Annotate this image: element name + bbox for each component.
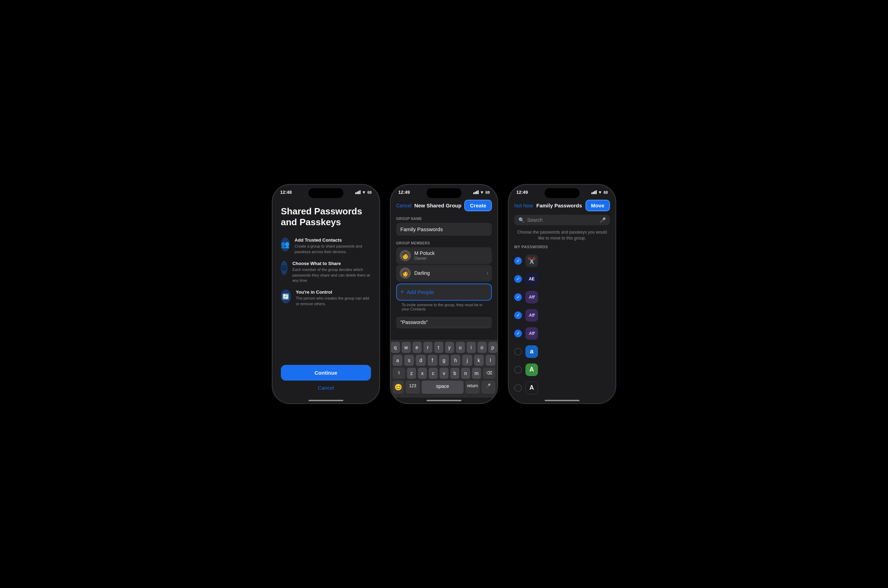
member-row-0: 🧑 M Potuck Owner: [396, 247, 492, 264]
key-e[interactable]: e: [413, 342, 422, 353]
key-o[interactable]: o: [478, 342, 487, 353]
autocomplete-chip[interactable]: "Passwords": [396, 317, 492, 328]
control-icon: 🔄: [281, 290, 291, 303]
battery-3: 68: [604, 190, 608, 195]
key-shift[interactable]: ⇧: [393, 368, 405, 379]
status-icons-1: ▼ 69: [355, 190, 372, 195]
checkbox-1[interactable]: ✓: [514, 275, 522, 283]
group-name-section: GROUP NAME: [391, 213, 497, 239]
key-w[interactable]: w: [402, 342, 411, 353]
member-row-1[interactable]: 👩 Darling ›: [396, 265, 492, 281]
key-c[interactable]: c: [429, 368, 438, 379]
feature-item-0: 👥 Add Trusted Contacts Create a group to…: [281, 237, 371, 255]
member-name-1: Darling: [414, 270, 483, 276]
search-bar[interactable]: 🔍 Search 🎤: [514, 215, 610, 225]
key-q[interactable]: q: [391, 342, 400, 353]
key-t[interactable]: t: [434, 342, 443, 353]
time-1: 12:48: [280, 190, 292, 195]
member-info-0: M Potuck Owner: [414, 250, 488, 261]
key-m[interactable]: m: [472, 368, 481, 379]
home-bar-2: [427, 400, 461, 401]
feature-text-0: Add Trusted Contacts Create a group to s…: [294, 237, 371, 255]
password-row-4[interactable]: ✓ Aff: [514, 324, 610, 342]
checkbox-5[interactable]: [514, 348, 522, 356]
key-emoji[interactable]: 😊: [393, 381, 404, 394]
phone-3: 12:49 ▼ 68 Not Now Family Passwords: [508, 184, 616, 404]
key-y[interactable]: y: [445, 342, 454, 353]
plus-icon: +: [400, 288, 404, 296]
key-123[interactable]: 123: [406, 381, 419, 394]
status-icons-2: ▼ 69: [473, 190, 490, 195]
group-name-input[interactable]: [396, 223, 492, 236]
continue-button[interactable]: Continue: [281, 365, 371, 381]
cancel-button-2[interactable]: Cancel: [396, 203, 412, 208]
members-section: GROUP MEMBERS 🧑 M Potuck Owner 👩 Darling: [391, 239, 497, 315]
member-info-1: Darling: [414, 270, 483, 276]
key-b[interactable]: b: [450, 368, 459, 379]
key-l[interactable]: l: [485, 355, 495, 366]
password-row-0[interactable]: ✓ ✂️: [514, 252, 610, 270]
checkbox-7[interactable]: [514, 384, 522, 392]
password-row-6[interactable]: A: [514, 361, 610, 379]
create-button[interactable]: Create: [464, 200, 492, 211]
key-x[interactable]: x: [418, 368, 427, 379]
key-r[interactable]: r: [424, 342, 433, 353]
key-delete[interactable]: ⌫: [483, 368, 495, 379]
checkbox-4[interactable]: ✓: [514, 330, 522, 337]
key-k[interactable]: k: [474, 355, 484, 366]
key-space[interactable]: space: [422, 381, 464, 394]
password-row-8[interactable]: AM: [514, 397, 610, 398]
key-d[interactable]: d: [416, 355, 425, 366]
key-u[interactable]: u: [456, 342, 465, 353]
nav-title-3: Family Passwords: [536, 202, 582, 208]
password-row-2[interactable]: ✓ Aff: [514, 288, 610, 306]
not-now-button[interactable]: Not Now: [514, 203, 533, 208]
key-p[interactable]: p: [488, 342, 497, 353]
checkbox-0[interactable]: ✓: [514, 257, 522, 265]
home-bar-1: [308, 400, 343, 401]
phone1-content: Shared Passwords and Passkeys 👥 Add Trus…: [272, 197, 379, 398]
app-icon-6: A: [525, 363, 538, 376]
key-h[interactable]: h: [451, 355, 460, 366]
add-people-button[interactable]: + Add People: [396, 284, 492, 301]
cancel-link-1[interactable]: Cancel: [281, 385, 371, 391]
key-mic[interactable]: 🎤: [481, 381, 495, 394]
key-s[interactable]: s: [404, 355, 414, 366]
password-row-1[interactable]: ✓ AE: [514, 270, 610, 288]
app-icon-4: Aff: [525, 327, 538, 340]
key-v[interactable]: v: [439, 368, 449, 379]
member-role-0: Owner: [414, 256, 488, 261]
invite-hint: To invite someone to the group, they mus…: [396, 301, 492, 313]
move-hint: Choose the passwords and passkeys you wo…: [509, 227, 616, 243]
key-row-2: ⇧ z x c v b n m ⌫: [393, 368, 495, 379]
checkbox-3[interactable]: ✓: [514, 312, 522, 319]
password-row-7[interactable]: A: [514, 379, 610, 397]
key-n[interactable]: n: [461, 368, 470, 379]
feature-heading-0: Add Trusted Contacts: [294, 237, 371, 243]
key-f[interactable]: f: [428, 355, 437, 366]
checkbox-6[interactable]: [514, 366, 522, 374]
time-2: 12:49: [398, 190, 410, 195]
phone-2: 12:49 ▼ 69 Cancel New Shared Group: [390, 184, 498, 404]
battery-2: 69: [485, 190, 490, 195]
move-button[interactable]: Move: [586, 200, 610, 211]
key-return[interactable]: return: [465, 381, 479, 394]
password-row-5[interactable]: a: [514, 342, 610, 361]
feature-list: 👥 Add Trusted Contacts Create a group to…: [281, 237, 371, 365]
phone-1: 12:48 ▼ 69 Shared Passwords and Passkeys: [272, 184, 380, 404]
password-row-3[interactable]: ✓ Aff: [514, 306, 610, 324]
search-icon: 🔍: [518, 217, 524, 223]
checkbox-2[interactable]: ✓: [514, 293, 522, 301]
mic-icon[interactable]: 🎤: [600, 217, 606, 223]
feature-text-2: You're in Control The person who creates…: [296, 290, 371, 307]
key-z[interactable]: z: [407, 368, 416, 379]
key-g[interactable]: g: [439, 355, 449, 366]
feature-heading-2: You're in Control: [296, 290, 371, 295]
key-i[interactable]: i: [467, 342, 476, 353]
app-icon-3: Aff: [525, 309, 538, 322]
app-icon-1: AE: [525, 273, 538, 285]
feature-item-2: 🔄 You're in Control The person who creat…: [281, 290, 371, 307]
key-a[interactable]: a: [393, 355, 403, 366]
key-j[interactable]: j: [462, 355, 472, 366]
search-placeholder: Search: [527, 217, 597, 223]
